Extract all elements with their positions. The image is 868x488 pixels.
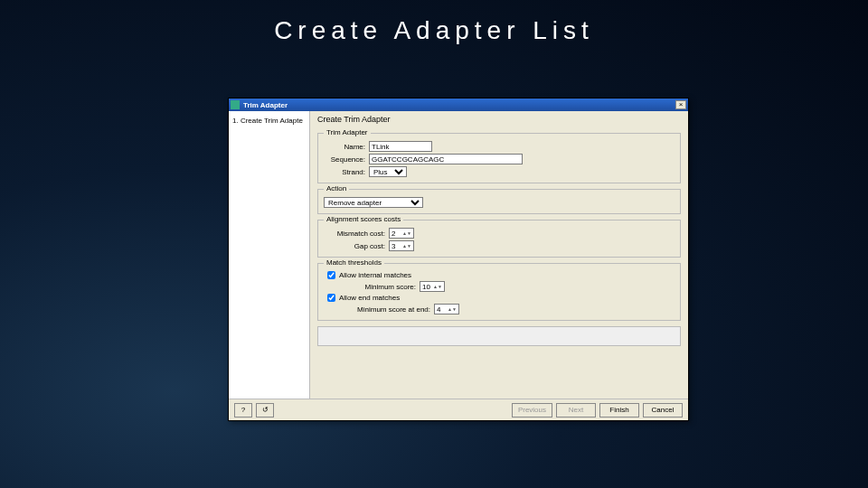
cancel-button[interactable]: Cancel [643,403,683,418]
group-action-legend: Action [324,184,349,192]
finish-button[interactable]: Finish [599,403,639,418]
min-score-spinner[interactable]: 10 ▲▼ [420,281,445,292]
spinner-arrows-icon: ▲▼ [448,307,457,311]
titlebar[interactable]: Trim Adapter × [229,99,688,111]
panel-title: Create Trim Adapter [317,115,681,124]
mismatch-spinner[interactable]: 2 ▲▼ [389,228,414,239]
close-button[interactable]: × [675,100,686,109]
min-score-label: Minimum score: [344,283,416,291]
allow-internal-label: Allow internal matches [339,271,411,279]
group-alignment-costs: Alignment scores costs Mismatch cost: 2 … [317,220,681,258]
window-title: Trim Adapter [243,101,675,109]
dialog-footer: ? ↺ Previous Next Finish Cancel [229,399,688,420]
name-input[interactable] [369,141,432,152]
reset-button[interactable]: ↺ [256,403,274,418]
trim-adapter-dialog: Trim Adapter × 1. Create Trim Adapte Cre… [228,98,689,421]
group-alignment-legend: Alignment scores costs [324,215,403,223]
sequence-input[interactable] [369,154,523,164]
group-trim-adapter-legend: Trim Adapter [324,128,371,136]
wizard-sidebar: 1. Create Trim Adapte [229,111,310,399]
allow-internal-input[interactable] [327,271,335,279]
preview-strip [317,326,681,346]
app-icon [231,100,240,109]
spinner-arrows-icon: ▲▼ [433,285,442,288]
group-match-thresholds: Match thresholds Allow internal matches … [317,263,681,321]
allow-end-input[interactable] [327,294,335,302]
gap-spinner[interactable]: 3 ▲▼ [389,240,414,251]
group-match-legend: Match thresholds [324,258,384,267]
strand-select[interactable]: Plus [369,166,407,177]
name-label: Name: [324,143,365,151]
spinner-arrows-icon: ▲▼ [402,231,411,235]
group-trim-adapter: Trim Adapter Name: Sequence: Strand: Plu… [317,133,681,183]
allow-end-label: Allow end matches [339,294,400,302]
sidebar-step-number: 1. [232,117,239,125]
main-panel: Create Trim Adapter Trim Adapter Name: S… [310,111,688,399]
min-score-end-spinner[interactable]: 4 ▲▼ [434,304,459,314]
gap-label: Gap cost: [324,242,385,250]
sidebar-item-create-trim[interactable]: 1. Create Trim Adapte [232,115,306,127]
allow-internal-checkbox[interactable]: Allow internal matches [327,271,675,279]
spinner-arrows-icon: ▲▼ [402,244,411,248]
mismatch-label: Mismatch cost: [324,230,385,238]
next-button[interactable]: Next [556,403,596,418]
action-select[interactable]: Remove adapter [324,197,423,208]
previous-button[interactable]: Previous [512,403,552,418]
sequence-label: Sequence: [324,155,365,164]
allow-end-checkbox[interactable]: Allow end matches [327,294,675,302]
min-score-end-label: Minimum score at end: [344,305,430,314]
group-action: Action Remove adapter [317,189,681,214]
strand-label: Strand: [324,168,365,176]
sidebar-item-label: Create Trim Adapte [241,117,303,125]
help-button[interactable]: ? [234,403,252,418]
slide-title: Create Adapter List [0,16,868,45]
